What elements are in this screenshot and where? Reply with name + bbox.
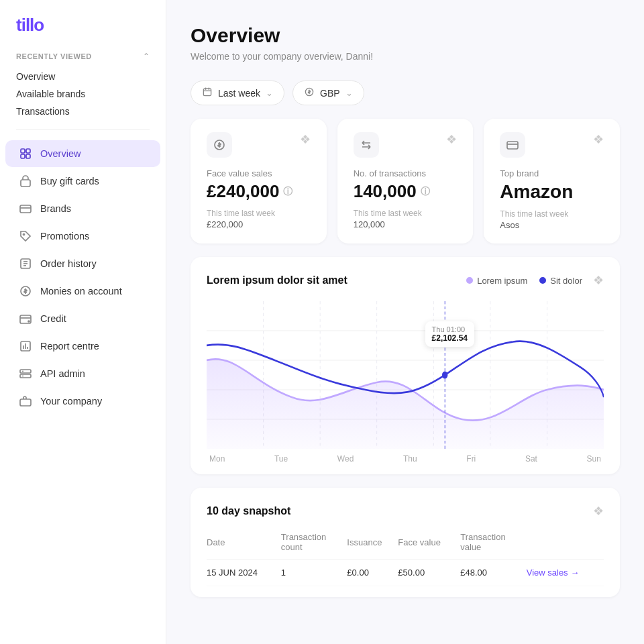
sidebar-item-buy-gift-cards[interactable]: Buy gift cards <box>5 168 160 195</box>
bag-icon <box>19 174 32 188</box>
cell-action[interactable]: View sales → <box>527 559 604 586</box>
date-filter-label: Last week <box>218 88 260 99</box>
transactions-label: No. of transactions <box>354 168 458 178</box>
expand-icon-top-brand[interactable]: ❖ <box>593 132 604 147</box>
recent-item-overview[interactable]: Overview <box>16 68 150 85</box>
xaxis-sun: Sun <box>587 454 601 464</box>
sidebar-item-brands[interactable]: Brands <box>5 195 160 222</box>
svg-point-7 <box>23 234 25 235</box>
bar-chart-icon <box>19 339 32 353</box>
recently-viewed-label: RECENTLY VIEWED <box>16 52 92 60</box>
expand-icon-transactions[interactable]: ❖ <box>446 132 457 147</box>
svg-rect-23 <box>20 399 31 406</box>
snapshot-card: 10 day snapshot ❖ Date Transactioncount … <box>191 488 620 597</box>
col-issuance: Issuance <box>347 532 398 559</box>
sidebar-item-api-admin-label: API admin <box>40 368 85 379</box>
recent-item-available-brands[interactable]: Available brands <box>16 85 150 103</box>
sidebar-item-credit-label: Credit <box>40 313 66 324</box>
chart-legend: Lorem ipsum Sit dolor <box>466 276 582 286</box>
face-value-comparison-label: This time last week <box>207 209 311 218</box>
chart-xaxis: Mon Tue Wed Thu Fri Sat Sun <box>207 454 604 464</box>
svg-rect-0 <box>21 149 25 153</box>
chart-expand-icon[interactable]: ❖ <box>593 273 604 288</box>
cell-transaction-value: £48.00 <box>460 559 526 586</box>
top-brand-label: Top brand <box>500 168 604 178</box>
top-brand-comparison-value: Asos <box>500 220 604 230</box>
cell-date: 15 JUN 2024 <box>207 559 281 586</box>
sidebar-item-order-history[interactable]: Order history <box>5 250 160 277</box>
sidebar-item-report-centre[interactable]: Report centre <box>5 333 160 360</box>
sidebar-item-your-company[interactable]: Your company <box>5 388 160 415</box>
view-sales-link[interactable]: View sales → <box>527 568 604 578</box>
svg-rect-30 <box>507 142 518 149</box>
col-transaction-value: Transactionvalue <box>460 532 526 559</box>
col-action <box>527 532 604 559</box>
top-brand-value: Amazon <box>500 181 604 203</box>
info-icon-face-value[interactable]: ⓘ <box>283 186 292 198</box>
sidebar-item-promotions[interactable]: Promotions <box>5 223 160 250</box>
legend-dot-lorem <box>466 277 473 284</box>
cell-face-value: £50.00 <box>398 559 460 586</box>
coin-icon <box>19 284 32 298</box>
svg-rect-2 <box>21 154 25 158</box>
sidebar-item-report-centre-label: Report centre <box>40 341 99 352</box>
xaxis-fri: Fri <box>466 454 476 464</box>
recently-viewed-list: Overview Available brands Transactions <box>0 65 166 120</box>
transactions-icon-box <box>354 132 379 158</box>
svg-rect-5 <box>20 205 31 213</box>
face-value-comparison-value: £220,000 <box>207 219 311 229</box>
filters-row: Last week ⌄ GBP ⌄ <box>191 80 620 105</box>
recent-item-transactions[interactable]: Transactions <box>16 103 150 120</box>
top-brand-icon-box <box>500 132 525 158</box>
chevron-down-icon-2: ⌄ <box>345 88 353 98</box>
tag-icon <box>19 229 32 243</box>
col-transaction-count: Transactioncount <box>281 532 347 559</box>
sidebar-item-monies-on-account[interactable]: Monies on account <box>5 278 160 305</box>
svg-rect-19 <box>20 370 31 373</box>
sidebar-item-order-history-label: Order history <box>40 258 97 269</box>
legend-dot-sit <box>539 277 546 284</box>
sidebar-divider <box>16 129 150 130</box>
wallet-icon <box>19 312 32 325</box>
expand-icon-face-value[interactable]: ❖ <box>300 132 311 147</box>
currency-filter-button[interactable]: GBP ⌄ <box>292 80 364 105</box>
svg-rect-4 <box>21 180 30 186</box>
xaxis-thu: Thu <box>403 454 417 464</box>
transactions-comparison-value: 120,000 <box>354 219 458 229</box>
stats-row: ❖ Face value sales £240,000 ⓘ This time … <box>191 119 620 244</box>
sidebar-item-overview[interactable]: Overview <box>5 140 160 167</box>
date-filter-button[interactable]: Last week ⌄ <box>191 80 284 105</box>
face-value-label: Face value sales <box>207 168 311 178</box>
credit-card-icon <box>19 202 32 215</box>
col-face-value: Face value <box>398 532 460 559</box>
sidebar-item-buy-gift-cards-label: Buy gift cards <box>40 176 99 186</box>
sidebar-item-brands-label: Brands <box>40 203 71 214</box>
info-icon-transactions[interactable]: ⓘ <box>421 186 430 198</box>
grid-icon <box>19 147 32 160</box>
chart-title: Lorem ipsum dolor sit amet <box>207 274 347 286</box>
svg-point-21 <box>22 371 23 372</box>
chart-card: Lorem ipsum dolor sit amet Lorem ipsum S… <box>191 257 620 474</box>
transactions-value: 140,000 ⓘ <box>354 181 458 202</box>
legend-label-lorem: Lorem ipsum <box>477 276 527 286</box>
face-value-icon-box <box>207 132 232 158</box>
top-brand-comparison-label: This time last week <box>500 209 604 219</box>
sidebar: tillo RECENTLY VIEWED ⌃ Overview Availab… <box>0 0 166 644</box>
svg-point-22 <box>22 376 23 377</box>
chart-svg <box>207 301 604 449</box>
chart-area: Thu 01:00 £2,102.54 <box>207 301 604 449</box>
chevron-up-icon[interactable]: ⌃ <box>143 52 150 61</box>
logo-area: tillo <box>0 0 166 46</box>
recently-viewed-header: RECENTLY VIEWED ⌃ <box>0 46 166 65</box>
sidebar-item-api-admin[interactable]: API admin <box>5 360 160 387</box>
page-title: Overview <box>191 24 620 47</box>
legend-item-lorem-ipsum: Lorem ipsum <box>466 276 527 286</box>
sidebar-item-credit[interactable]: Credit <box>5 305 160 332</box>
snapshot-expand-icon[interactable]: ❖ <box>593 504 604 519</box>
main-content: Overview Welcome to your company overvie… <box>166 0 644 644</box>
arrow-right-icon: → <box>571 568 580 578</box>
sidebar-item-promotions-label: Promotions <box>40 231 89 241</box>
server-icon <box>19 367 32 380</box>
currency-icon <box>304 87 315 99</box>
xaxis-mon: Mon <box>209 454 225 464</box>
